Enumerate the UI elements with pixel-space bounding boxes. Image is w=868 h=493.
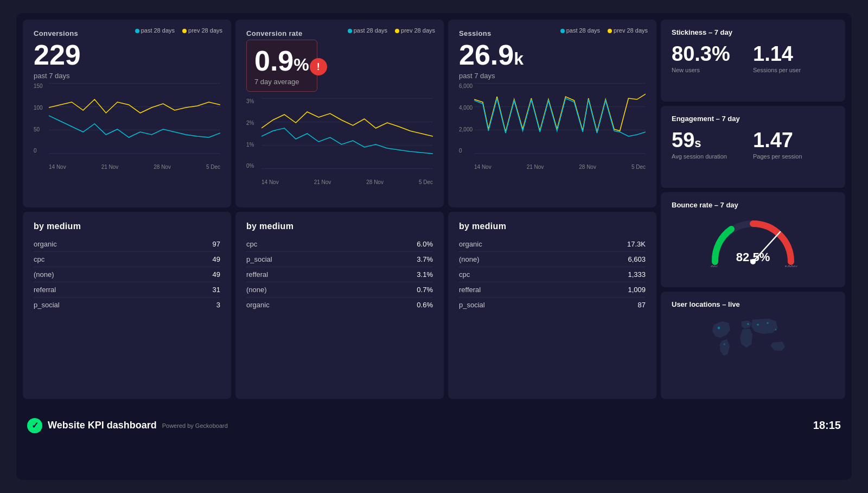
new-users-value: 80.3%: [672, 43, 753, 66]
by-medium-sessions-card: by medium organic 17.3K (none) 6,603 cpc…: [448, 212, 656, 400]
dashboard-title: Website KPI dashboard: [48, 420, 157, 431]
footer: ✓ Website KPI dashboard Powered by Gecko…: [23, 403, 845, 447]
conversions-chart: 150 100 50 0 14 Nov 21 Nov 28 Nov 5 Dec: [34, 83, 220, 170]
bounce-rate-unit: %: [760, 250, 770, 264]
svg-text:0%: 0%: [711, 265, 719, 267]
svg-point-5: [747, 323, 749, 325]
by-medium-sessions-table: organic 17.3K (none) 6,603 cpc 1,333 ref…: [459, 237, 646, 312]
table-row: cpc 49: [34, 252, 220, 267]
table-row: (none) 6,603: [459, 252, 646, 267]
world-map: [672, 315, 834, 364]
user-locations-title: User locations – live: [672, 300, 834, 308]
bounce-rate-title: Bounce rate – 7 day: [672, 201, 834, 209]
table-row: cpc 6.0%: [246, 237, 433, 252]
by-medium-conversion-rate-card: by medium cpc 6.0% p_social 3.7% reffera…: [235, 212, 444, 400]
stickiness-title: Stickiness – 7 day: [672, 28, 834, 36]
conversion-rate-chart: 3% 2% 1% 0% 14 Nov 21 Nov 28 Nov 5 Dec: [246, 98, 433, 185]
stickiness-card: Stickiness – 7 day 80.3% New users 1.14 …: [661, 20, 845, 102]
footer-left: ✓ Website KPI dashboard Powered by Gecko…: [27, 418, 228, 433]
table-row: organic 97: [34, 237, 220, 252]
conversion-rate-subtitle: 7 day average: [254, 78, 309, 86]
sessions-per-user-value: 1.14: [753, 43, 834, 66]
sessions-per-user-label: Sessions per user: [753, 67, 834, 73]
pages-per-session-value: 1.47: [753, 129, 834, 152]
sessions-subtitle: past 7 days: [459, 72, 646, 80]
svg-point-6: [757, 324, 759, 326]
conversion-rate-inner: 0.9% 7 day average: [246, 40, 317, 92]
bounce-rate-value: 82.5: [736, 250, 760, 264]
alert-icon: !: [310, 58, 327, 75]
by-medium-conversions-card: by medium organic 97 cpc 49 (none) 49 re…: [23, 212, 231, 400]
avg-session-value: 59s: [672, 129, 753, 152]
svg-point-4: [718, 326, 720, 329]
by-medium-conversion-rate-table: cpc 6.0% p_social 3.7% refferal 3.1% (no…: [246, 237, 433, 312]
dashboard: Conversions 229 past 7 days past 28 days…: [16, 13, 852, 480]
engagement-metrics: 59s Avg session duration 1.47 Pages per …: [672, 129, 834, 160]
geckoboard-logo: ✓: [27, 418, 42, 433]
sessions-legend: past 28 days prev 28 days: [560, 27, 648, 34]
svg-point-8: [775, 328, 777, 330]
conversion-rate-legend: past 28 days prev 28 days: [348, 27, 435, 34]
table-row: referral 31: [34, 282, 220, 298]
by-medium-conversions-table: organic 97 cpc 49 (none) 49 referral 31 …: [34, 237, 220, 312]
svg-point-7: [767, 322, 769, 324]
table-row: (none) 0.7%: [246, 282, 433, 298]
bounce-rate-gauge: 0% 100% 82.5%: [672, 216, 834, 264]
conversion-rate-card: Conversion rate 0.9% 7 day average ! pas…: [235, 20, 444, 207]
new-users-label: New users: [672, 67, 753, 73]
sessions-chart: 6,000 4,000 2,000 0 14 Nov 21 Nov 28 Nov…: [459, 83, 646, 170]
user-locations-card: User locations – live: [661, 292, 845, 400]
conversions-card: Conversions 229 past 7 days past 28 days…: [23, 20, 231, 207]
pages-per-session-metric: 1.47 Pages per session: [753, 129, 834, 160]
table-row: refferal 1,009: [459, 282, 646, 298]
engagement-card: Engagement – 7 day 59s Avg session durat…: [661, 106, 845, 188]
table-row: p_social 3: [34, 298, 220, 312]
by-medium-conversions-title: by medium: [34, 222, 220, 231]
sessions-card: Sessions 26.9k past 7 days past 28 days …: [448, 20, 656, 207]
table-row: p_social 87: [459, 298, 646, 312]
main-grid: Conversions 229 past 7 days past 28 days…: [23, 20, 845, 399]
conversion-rate-value: 0.9%: [254, 46, 309, 77]
table-row: cpc 1,333: [459, 267, 646, 282]
avg-session-label: Avg session duration: [672, 153, 753, 160]
by-medium-conversion-rate-title: by medium: [246, 222, 433, 231]
new-users-metric: 80.3% New users: [672, 43, 753, 73]
table-row: (none) 49: [34, 267, 220, 282]
table-row: p_social 3.7%: [246, 252, 433, 267]
conversions-value: 229: [34, 40, 220, 71]
table-row: refferal 3.1%: [246, 267, 433, 282]
svg-point-9: [724, 343, 725, 345]
svg-text:100%: 100%: [784, 265, 799, 267]
sessions-value: 26.9k: [459, 40, 646, 71]
table-row: organic 0.6%: [246, 298, 433, 312]
bounce-rate-card: Bounce rate – 7 day 0%: [661, 192, 845, 287]
conversions-subtitle: past 7 days: [34, 72, 220, 80]
table-row: organic 17.3K: [459, 237, 646, 252]
powered-by: Powered by Geckoboard: [162, 422, 228, 429]
right-column: Stickiness – 7 day 80.3% New users 1.14 …: [661, 20, 845, 399]
engagement-title: Engagement – 7 day: [672, 115, 834, 123]
conversions-legend: past 28 days prev 28 days: [135, 27, 222, 34]
stickiness-metrics: 80.3% New users 1.14 Sessions per user: [672, 43, 834, 73]
sessions-per-user-metric: 1.14 Sessions per user: [753, 43, 834, 73]
by-medium-sessions-title: by medium: [459, 222, 646, 231]
pages-per-session-label: Pages per session: [753, 153, 834, 160]
avg-session-metric: 59s Avg session duration: [672, 129, 753, 160]
current-time: 18:15: [813, 419, 841, 432]
